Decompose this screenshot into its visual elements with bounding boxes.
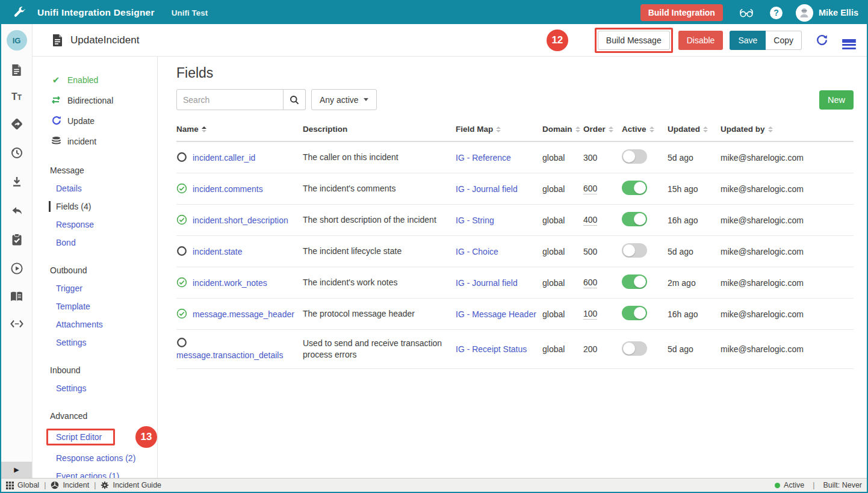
docs-button[interactable]: [10, 291, 23, 303]
field-name-link[interactable]: incident.short_description: [193, 215, 288, 225]
text-format-button[interactable]: TT: [11, 92, 22, 102]
history-button[interactable]: [10, 146, 23, 160]
nav-status-enabled: ✔ Enabled: [33, 70, 157, 90]
nav-item-response[interactable]: Response: [33, 215, 157, 234]
field-name-link[interactable]: incident.comments: [193, 184, 263, 194]
row-enabled-icon: [176, 337, 187, 348]
column-header-domain[interactable]: Domain: [542, 125, 583, 134]
download-button[interactable]: [10, 175, 23, 188]
book-icon: [10, 291, 23, 303]
status-bar: Global | Incident | Incident Guide Activ…: [1, 478, 867, 492]
active-toggle[interactable]: [622, 243, 647, 258]
nav-item-outbound-settings[interactable]: Settings: [33, 333, 157, 352]
nav-item-inbound-settings[interactable]: Settings: [33, 379, 157, 397]
scope-incident-guide[interactable]: Incident Guide: [101, 481, 161, 489]
run-button[interactable]: [10, 262, 23, 275]
refresh-button[interactable]: [815, 33, 829, 47]
reply-icon: [10, 204, 23, 217]
nav-item-event-actions[interactable]: Event actions (1): [33, 467, 157, 478]
search-button[interactable]: [284, 89, 306, 110]
new-field-button[interactable]: New: [819, 90, 854, 110]
field-updated: 15h ago: [668, 184, 721, 194]
field-order[interactable]: 100: [583, 309, 597, 320]
code-button[interactable]: [10, 318, 24, 329]
column-header-updated-by[interactable]: Updated by: [721, 125, 854, 134]
build-integration-button[interactable]: Build Integration: [640, 4, 723, 21]
toggle-knob: [623, 343, 635, 355]
reply-button[interactable]: [10, 204, 23, 217]
column-header-active[interactable]: Active: [622, 125, 668, 134]
nav-item-response-actions[interactable]: Response actions (2): [33, 449, 157, 467]
chevron-down-icon: [364, 98, 368, 101]
integration-status: Active: [784, 481, 804, 489]
collapse-sidebar-button[interactable]: ▶: [1, 462, 32, 478]
field-map-link[interactable]: IG - Journal field: [456, 184, 518, 194]
active-toggle[interactable]: [622, 212, 647, 226]
field-updated: 5d ago: [668, 153, 721, 163]
table-row: incident.state The incident lifecycle st…: [176, 236, 854, 267]
field-name-link[interactable]: incident.work_notes: [193, 278, 267, 288]
field-description: The short description of the incident: [303, 214, 456, 226]
field-name-link[interactable]: message.message_header: [193, 309, 294, 319]
field-domain: global: [542, 184, 583, 194]
active-toggle[interactable]: [622, 149, 647, 164]
column-header-name[interactable]: Name: [176, 125, 303, 134]
column-header-updated[interactable]: Updated: [668, 125, 721, 134]
build-message-button[interactable]: Build Message: [598, 31, 670, 50]
observer-button[interactable]: [737, 5, 755, 20]
document-rail-button[interactable]: [11, 64, 22, 76]
code-icon: [10, 318, 24, 329]
field-order[interactable]: 300: [583, 153, 597, 163]
user-menu[interactable]: Mike Ellis: [796, 4, 858, 22]
row-enabled-icon: [176, 152, 187, 163]
field-map-link[interactable]: IG - Reference: [456, 153, 511, 163]
field-order[interactable]: 600: [583, 184, 597, 194]
active-toggle[interactable]: [622, 306, 647, 320]
active-filter-dropdown[interactable]: Any active: [311, 89, 377, 110]
disable-button[interactable]: Disable: [678, 31, 724, 50]
help-button[interactable]: ?: [770, 7, 783, 19]
nav-item-bond[interactable]: Bond: [33, 234, 157, 252]
field-updated: 16h ago: [668, 215, 721, 225]
search-input[interactable]: [176, 89, 284, 110]
fields-title: Fields: [176, 65, 854, 81]
name-cell: incident.caller_id: [176, 152, 303, 164]
nav-item-script-editor[interactable]: Script Editor: [56, 432, 102, 442]
active-toggle[interactable]: [622, 181, 647, 195]
nav-item-attachments[interactable]: Attachments: [33, 315, 157, 333]
field-name-link[interactable]: incident.state: [193, 247, 243, 256]
field-map-link[interactable]: IG - String: [456, 215, 494, 225]
nav-item-details[interactable]: Details: [33, 179, 157, 197]
field-order[interactable]: 400: [583, 215, 597, 226]
active-toggle[interactable]: [622, 274, 647, 289]
column-header-description[interactable]: Description: [303, 125, 456, 134]
field-updated-by: mike@sharelogic.com: [721, 184, 854, 194]
scope-global[interactable]: Global: [6, 481, 39, 489]
field-order[interactable]: 500: [583, 247, 597, 256]
route-button[interactable]: [10, 117, 23, 131]
column-header-field-map[interactable]: Field Map: [456, 125, 542, 134]
toggle-knob: [634, 307, 646, 319]
built-status: Built: Never: [823, 481, 862, 489]
nav-item-template[interactable]: Template: [33, 297, 157, 315]
field-name-link[interactable]: message.transaction_details: [176, 350, 283, 360]
active-toggle[interactable]: [622, 341, 647, 356]
field-map-link[interactable]: IG - Receipt Status: [456, 344, 527, 354]
nav-section-message: Message: [33, 161, 157, 179]
field-map-link[interactable]: IG - Message Header: [456, 309, 536, 319]
scope-incident[interactable]: Incident: [51, 481, 89, 489]
field-order[interactable]: 600: [583, 278, 597, 288]
field-order[interactable]: 200: [583, 344, 597, 354]
tasks-button[interactable]: [11, 233, 23, 246]
field-name-link[interactable]: incident.caller_id: [193, 153, 255, 163]
menu-icon[interactable]: [842, 37, 856, 42]
column-header-order[interactable]: Order: [583, 125, 622, 134]
copy-button[interactable]: Copy: [766, 31, 802, 50]
nav-item-fields[interactable]: Fields (4): [33, 197, 157, 215]
save-button[interactable]: Save: [730, 31, 766, 50]
annotation-box-script-editor: Script Editor: [46, 429, 115, 445]
nav-status-bidirectional: Bidirectional: [33, 90, 157, 111]
field-map-link[interactable]: IG - Choice: [456, 247, 498, 256]
nav-item-trigger[interactable]: Trigger: [33, 279, 157, 297]
field-map-link[interactable]: IG - Journal field: [456, 278, 518, 288]
